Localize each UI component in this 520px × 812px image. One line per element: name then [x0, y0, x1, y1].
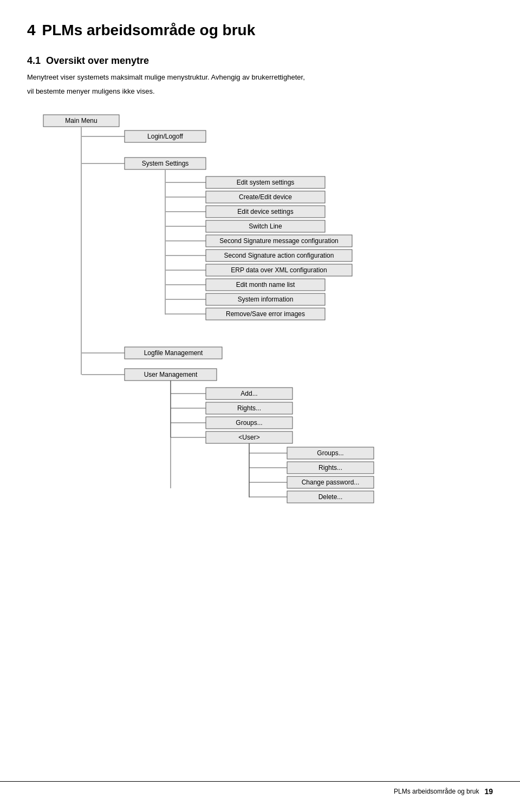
section-title-text: Oversikt over menytre — [46, 55, 149, 67]
create-edit-device-label: Create/Edit device — [239, 193, 292, 201]
intro-line-1: Menytreet viser systemets maksimalt muli… — [27, 72, 493, 83]
chapter-title: 4 PLMs arbeidsområde og bruk — [27, 22, 493, 39]
edit-month-label: Edit month name list — [236, 281, 295, 289]
chapter-title-text: PLMs arbeidsområde og bruk — [42, 22, 256, 39]
system-settings-label: System Settings — [142, 160, 189, 167]
svg-rect-51 — [165, 315, 166, 337]
section-title: 4.1 Oversikt over menytre — [27, 55, 493, 67]
footer-label: PLMs arbeidsområde og bruk — [394, 788, 479, 795]
chapter-num: 4 — [27, 22, 36, 39]
edit-system-settings-label: Edit system settings — [237, 179, 295, 186]
footer-page: 19 — [484, 787, 493, 796]
second-sig-action-label: Second Signature action configuration — [224, 252, 334, 259]
user-rights-label: Rights... — [318, 464, 342, 472]
second-sig-msg-label: Second Signature message configuration — [219, 237, 338, 245]
page-footer: PLMs arbeidsområde og bruk 19 — [0, 781, 520, 796]
user-label: <User> — [238, 434, 259, 441]
add-label: Add... — [240, 390, 257, 397]
main-menu-label: Main Menu — [65, 117, 97, 125]
menu-tree-svg: Main Menu Login/Logoff System Settings E… — [38, 109, 509, 521]
login-logoff-label: Login/Logoff — [147, 133, 184, 140]
delete-label: Delete... — [318, 493, 343, 501]
system-info-label: System information — [238, 296, 294, 303]
change-password-label: Change password... — [302, 479, 360, 486]
svg-rect-52 — [170, 489, 171, 510]
svg-rect-54 — [249, 497, 250, 508]
edit-device-settings-label: Edit device settings — [237, 208, 293, 215]
logfile-mgmt-label: Logfile Management — [144, 349, 203, 357]
menu-tree-diagram: Main Menu Login/Logoff System Settings E… — [38, 109, 493, 522]
switch-line-label: Switch Line — [249, 222, 282, 230]
user-groups-label: Groups... — [317, 449, 343, 457]
erp-xml-label: ERP data over XML configuration — [231, 266, 327, 274]
groups-label: Groups... — [236, 419, 262, 427]
section-num: 4.1 — [27, 55, 41, 67]
intro-line-2: vil bestemte menyer muligens ikke vises. — [27, 86, 493, 97]
rights-label: Rights... — [237, 404, 261, 412]
user-mgmt-label: User Management — [144, 371, 198, 378]
page-content: 4 PLMs arbeidsområde og bruk 4.1 Oversik… — [0, 0, 520, 566]
remove-save-label: Remove/Save error images — [226, 310, 305, 318]
